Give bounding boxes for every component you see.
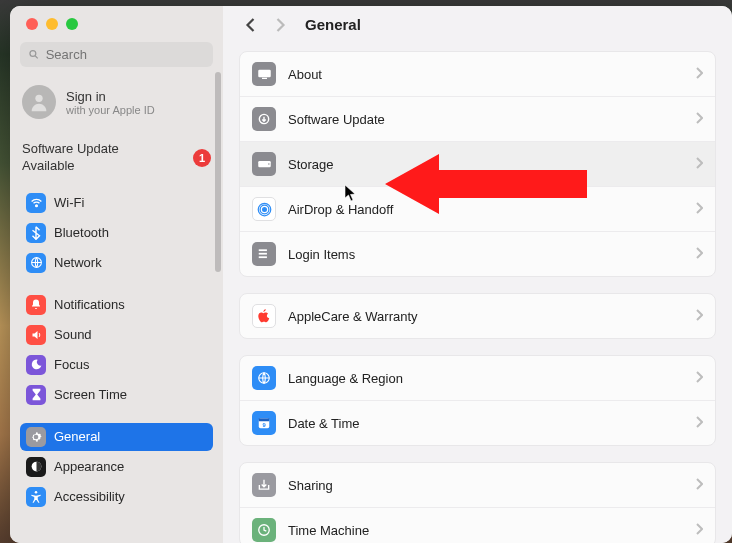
window-controls bbox=[20, 14, 213, 42]
sidebar-item-label: Bluetooth bbox=[54, 225, 109, 240]
chevron-right-icon bbox=[695, 112, 703, 127]
sidebar-item-label: Appearance bbox=[54, 459, 124, 474]
about-icon bbox=[252, 62, 276, 86]
chevron-right-icon bbox=[695, 157, 703, 172]
chevron-right-icon bbox=[695, 478, 703, 493]
hourglass-icon bbox=[26, 385, 46, 405]
timemachine-icon bbox=[252, 518, 276, 542]
update-label: Software Update Available bbox=[22, 141, 162, 175]
sidebar-item-label: Accessibility bbox=[54, 489, 125, 504]
svg-rect-16 bbox=[259, 253, 267, 255]
sound-icon bbox=[26, 325, 46, 345]
panels-host: AboutSoftware UpdateStorageAirDrop & Han… bbox=[223, 51, 732, 543]
row-date-time[interactable]: 9Date & Time bbox=[240, 401, 715, 445]
back-button[interactable] bbox=[241, 17, 259, 33]
sidebar-item-notifications[interactable]: Notifications bbox=[20, 291, 213, 319]
sharing-icon bbox=[252, 473, 276, 497]
svg-rect-8 bbox=[262, 78, 267, 79]
sidebar-item-appearance[interactable]: Appearance bbox=[20, 453, 213, 481]
row-label: Storage bbox=[288, 157, 334, 172]
close-button[interactable] bbox=[26, 18, 38, 30]
page-title: General bbox=[305, 16, 361, 33]
sign-in-row[interactable]: Sign in with your Apple ID bbox=[20, 81, 213, 133]
language-icon bbox=[252, 366, 276, 390]
wifi-icon bbox=[26, 193, 46, 213]
settings-window: Sign in with your Apple ID Software Upda… bbox=[10, 6, 732, 543]
settings-panel: SharingTime Machine bbox=[239, 462, 716, 543]
svg-rect-20 bbox=[259, 418, 270, 421]
sidebar-item-screen-time[interactable]: Screen Time bbox=[20, 381, 213, 409]
scrollbar-thumb[interactable] bbox=[215, 72, 221, 272]
search-field[interactable] bbox=[20, 42, 213, 67]
sidebar-item-label: General bbox=[54, 429, 100, 444]
row-language-region[interactable]: Language & Region bbox=[240, 356, 715, 401]
settings-panel: Language & Region9Date & Time bbox=[239, 355, 716, 446]
chevron-right-icon bbox=[695, 523, 703, 538]
svg-line-1 bbox=[35, 56, 37, 58]
svg-point-12 bbox=[262, 207, 266, 211]
row-label: About bbox=[288, 67, 322, 82]
sidebar-item-sound[interactable]: Sound bbox=[20, 321, 213, 349]
sidebar-item-focus[interactable]: Focus bbox=[20, 351, 213, 379]
gear-icon bbox=[26, 427, 46, 447]
row-sharing[interactable]: Sharing bbox=[240, 463, 715, 508]
row-applecare-warranty[interactable]: AppleCare & Warranty bbox=[240, 294, 715, 338]
network-icon bbox=[26, 253, 46, 273]
accessibility-icon bbox=[26, 487, 46, 507]
bell-icon bbox=[26, 295, 46, 315]
settings-panel: AppleCare & Warranty bbox=[239, 293, 716, 339]
row-software-update[interactable]: Software Update bbox=[240, 97, 715, 142]
sidebar-item-wi-fi[interactable]: Wi-Fi bbox=[20, 189, 213, 217]
row-label: Login Items bbox=[288, 247, 355, 262]
svg-point-3 bbox=[35, 205, 37, 207]
sign-in-title: Sign in bbox=[66, 89, 155, 104]
applecare-icon bbox=[252, 304, 276, 328]
sidebar-item-label: Network bbox=[54, 255, 102, 270]
row-airdrop-handoff[interactable]: AirDrop & Handoff bbox=[240, 187, 715, 232]
sidebar-list: Wi-FiBluetoothNetworkNotificationsSoundF… bbox=[20, 189, 213, 543]
row-about[interactable]: About bbox=[240, 52, 715, 97]
search-icon bbox=[28, 48, 40, 61]
row-storage[interactable]: Storage bbox=[240, 142, 715, 187]
row-label: Time Machine bbox=[288, 523, 369, 538]
airdrop-icon bbox=[252, 197, 276, 221]
chevron-right-icon bbox=[695, 309, 703, 324]
row-time-machine[interactable]: Time Machine bbox=[240, 508, 715, 543]
sidebar: Sign in with your Apple ID Software Upda… bbox=[10, 6, 223, 543]
sidebar-item-label: Screen Time bbox=[54, 387, 127, 402]
svg-point-0 bbox=[30, 51, 36, 57]
row-label: AppleCare & Warranty bbox=[288, 309, 418, 324]
forward-button[interactable] bbox=[271, 17, 289, 33]
sidebar-item-label: Sound bbox=[54, 327, 92, 342]
software-update-notice[interactable]: Software Update Available 1 bbox=[20, 133, 213, 189]
chevron-right-icon bbox=[695, 371, 703, 386]
date-icon: 9 bbox=[252, 411, 276, 435]
update-badge: 1 bbox=[193, 149, 211, 167]
search-input[interactable] bbox=[46, 47, 205, 62]
sidebar-item-bluetooth[interactable]: Bluetooth bbox=[20, 219, 213, 247]
bluetooth-icon bbox=[26, 223, 46, 243]
row-label: Software Update bbox=[288, 112, 385, 127]
sidebar-item-general[interactable]: General bbox=[20, 423, 213, 451]
row-label: Language & Region bbox=[288, 371, 403, 386]
minimize-button[interactable] bbox=[46, 18, 58, 30]
avatar bbox=[22, 85, 56, 119]
sign-in-subtitle: with your Apple ID bbox=[66, 104, 155, 116]
row-label: Sharing bbox=[288, 478, 333, 493]
content-pane: General AboutSoftware UpdateStorageAirDr… bbox=[223, 6, 732, 543]
svg-point-6 bbox=[35, 491, 38, 494]
chevron-right-icon bbox=[695, 416, 703, 431]
row-label: AirDrop & Handoff bbox=[288, 202, 393, 217]
appearance-icon bbox=[26, 457, 46, 477]
row-login-items[interactable]: Login Items bbox=[240, 232, 715, 276]
sidebar-item-accessibility[interactable]: Accessibility bbox=[20, 483, 213, 511]
update-icon bbox=[252, 107, 276, 131]
zoom-button[interactable] bbox=[66, 18, 78, 30]
toolbar: General bbox=[223, 6, 732, 51]
login-icon bbox=[252, 242, 276, 266]
focus-icon bbox=[26, 355, 46, 375]
sidebar-item-network[interactable]: Network bbox=[20, 249, 213, 277]
chevron-right-icon bbox=[695, 202, 703, 217]
chevron-right-icon bbox=[695, 67, 703, 82]
svg-rect-17 bbox=[259, 256, 267, 258]
